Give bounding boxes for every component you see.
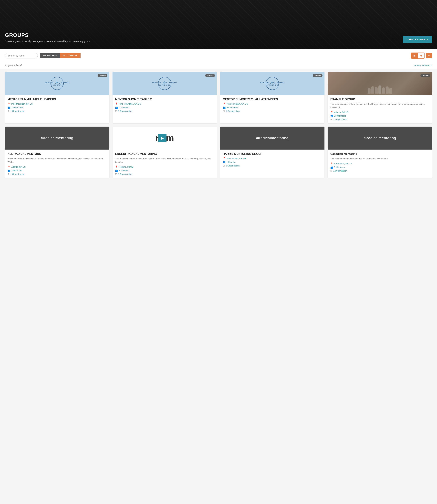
card-meta: 📍 Holland, MI US 👥 8 Members ⊞ 1 Organiz… [115,165,214,175]
my-groups-tab[interactable]: MY GROUPS [40,53,60,58]
card-title: HARRIS MENTORING GROUP [223,152,322,156]
location-icon: 📍 [8,103,10,105]
members-icon: 👥 [115,106,118,109]
joined-badge: Joined [420,74,430,77]
card-image-mentor: MENTOR SUMMIT GATHERING [220,72,325,95]
members-link[interactable]: 99 Members [227,106,238,109]
grid-view-button[interactable]: ⊞ [411,53,418,58]
card-description: This is an example of how you can use th… [330,103,429,109]
location-item: 📍 Atlanta, GA US [8,165,107,168]
hero-text: GROUPS Create a group to easily manage a… [5,32,90,43]
location-link[interactable]: Atlanta, GA US [11,166,26,168]
card-title: MENTOR SUMMIT 2021: ALL ATTENDEES [223,98,322,101]
location-link[interactable]: Holland, MI US [119,166,133,168]
card-meta: 📍 Atlanta, GA US 👥 13 Members ⊞ 1 Organi… [330,111,429,121]
group-card[interactable]: mradicalmentoring ALL RADICAL MENTORS We… [5,127,109,178]
group-card[interactable]: MENTOR SUMMIT GATHERING Joined MENTOR SU… [112,72,217,123]
location-icon: 📍 [223,157,226,160]
location-link[interactable]: Atlanta, GA US [334,111,348,113]
card-body: MENTOR SUMMIT 2021: ALL ATTENDEES 📍 Pine… [220,95,325,115]
group-card[interactable]: Joined EXAMPLE GROUP This is an example … [328,72,432,123]
group-card[interactable]: mradicalmentoring HARRIS MENTORING GROUP… [220,127,325,178]
group-card[interactable]: r ▶ m ENGEDI RADICAL MENTORING This is t… [112,127,217,178]
card-photo-group [328,72,432,95]
rm-logo: mradicalmentoring [41,136,73,140]
card-title: Canadian Mentoring [330,152,429,156]
org-icon: ⊞ [223,164,225,167]
engedi-logo: r ▶ m [155,134,174,143]
organization-item: ⊞ 1 Organization [8,173,107,175]
organization-link[interactable]: 1 Organization [226,110,240,112]
card-description: Welcome! We are excited to be able to co… [8,157,107,164]
group-card[interactable]: MENTOR SUMMIT GATHERING Joined MENTOR SU… [220,72,325,123]
location-icon: 📍 [330,162,333,165]
card-body: Canadian Mentoring This is an emerging, … [328,150,432,175]
group-card[interactable]: MENTOR SUMMIT GATHERING Joined MENTOR SU… [5,72,109,123]
card-meta: 📍 Pine Mountain , GA US 👥 6 Members ⊞ 1 … [115,103,214,112]
organization-link[interactable]: 1 Organization [333,118,347,121]
mentor-logo: MENTOR SUMMIT GATHERING [266,77,279,90]
card-image-mentor: MENTOR SUMMIT GATHERING [112,72,217,95]
location-link[interactable]: Pine Mountain, GA US [227,103,248,105]
mentor-mountain-icon [54,81,60,84]
search-input[interactable] [5,53,38,58]
card-rm-image: mradicalmentoring [220,127,325,150]
members-link[interactable]: 18 Members [11,106,23,109]
org-icon: ⊞ [330,170,332,172]
org-icon: ⊞ [8,173,10,175]
members-link[interactable]: 8 Members [119,169,129,172]
hero-section: GROUPS Create a group to easily manage a… [0,0,437,49]
members-icon: 👥 [330,114,333,117]
card-body: ALL RADICAL MENTORS Welcome! We are exci… [5,150,109,178]
location-link[interactable]: Pine Mountain , GA US [119,103,141,105]
rm-logo: mradicalmentoring [364,136,396,140]
location-item: 📍 Holland, MI US [115,165,214,168]
card-description: This is an emerging, evolving hub for Ca… [330,157,429,160]
members-link[interactable]: 3 Members [11,169,22,172]
members-link[interactable]: 13 Members [334,115,346,117]
organization-link[interactable]: 1 Organization [118,173,132,175]
org-icon: ⊞ [115,173,117,175]
engedi-arrow-box: ▶ [158,134,167,142]
location-link[interactable]: Saskatoon, SK CA [334,162,352,165]
org-icon: ⊞ [330,118,332,121]
organization-item: ⊞ 1 Organization [115,110,214,112]
organization-link[interactable]: 1 Organization [10,110,24,112]
card-rm-image: mradicalmentoring [328,127,432,150]
members-icon: 👥 [223,161,226,163]
card-meta: 📍 Pine Mountain, GA US 👥 99 Members ⊞ 1 … [223,103,322,112]
org-icon: ⊞ [115,110,117,112]
filter-dropdown-button[interactable]: ▼ [426,53,432,58]
organization-link[interactable]: 1 Organization [226,165,240,167]
members-icon: 👥 [8,106,10,109]
hero-subtitle: Create a group to easily manage and comm… [5,40,90,43]
location-item: 📍 Pine Mountain , GA US [115,103,214,105]
advanced-search-link[interactable]: Advanced search [414,64,432,67]
location-icon: 📍 [223,103,226,105]
organization-link[interactable]: 1 Organization [10,173,24,175]
org-icon: ⊞ [223,110,225,112]
groups-grid: MENTOR SUMMIT GATHERING Joined MENTOR SU… [0,69,437,181]
members-icon: 👥 [223,106,226,109]
organization-item: ⊞ 1 Organization [330,170,429,172]
location-link[interactable]: Pine Mountain, GA US [11,103,33,105]
create-group-button[interactable]: CREATE A GROUP [403,36,432,43]
location-icon: 📍 [115,103,118,105]
mentor-badge: MENTOR SUMMIT GATHERING [50,77,64,90]
location-icon: 📍 [330,111,333,113]
joined-badge: Joined [313,74,322,77]
members-link[interactable]: 1 Member [227,161,236,163]
all-groups-tab[interactable]: ALL GROUPS [60,53,80,58]
organization-link[interactable]: 1 Organization [333,170,347,172]
card-meta: 📍 Pine Mountain, GA US 👥 18 Members ⊞ 1 … [8,103,107,112]
organization-link[interactable]: 1 Organization [118,110,132,112]
members-link[interactable]: 6 Members [119,106,129,109]
map-view-button[interactable]: ◆ [418,53,424,58]
members-icon: 👥 [8,169,10,172]
location-item: 📍 Saskatoon, SK CA [330,162,429,165]
group-card[interactable]: mradicalmentoring Canadian Mentoring Thi… [328,127,432,178]
card-title: EXAMPLE GROUP [330,98,429,101]
card-meta: 📍 Weatherford, OK US 👥 1 Member ⊞ 1 Orga… [223,157,322,167]
location-link[interactable]: Weatherford, OK US [227,157,246,160]
members-link[interactable]: 5 Members [334,166,345,168]
